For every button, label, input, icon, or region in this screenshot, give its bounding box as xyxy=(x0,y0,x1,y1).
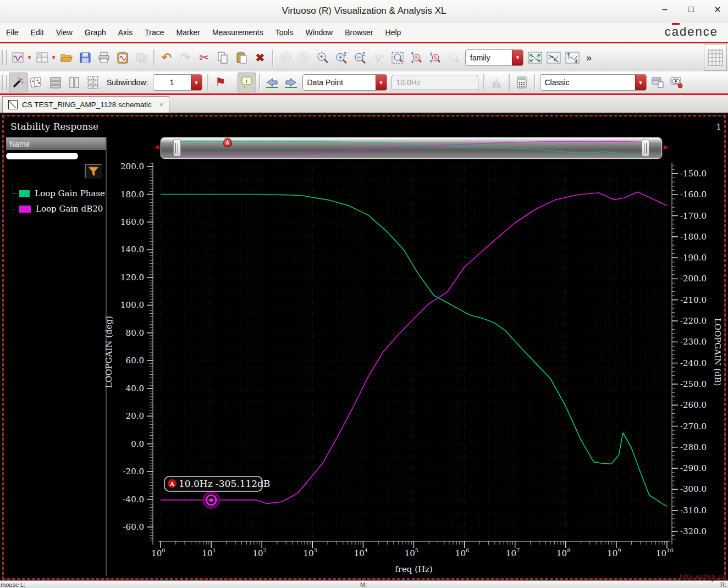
titlebar: Virtuoso (R) Visualization & Analysis XL… xyxy=(0,0,728,24)
toolbar-separator xyxy=(259,74,260,91)
menu-help[interactable]: Help xyxy=(379,28,407,37)
zoom-out-x2-button[interactable]: 2 xyxy=(351,48,369,68)
x-tick-label: 109 xyxy=(607,547,621,558)
subwindow-combo[interactable]: 1 ▾ xyxy=(153,74,202,91)
close-button[interactable]: ✕ xyxy=(713,4,723,15)
cards-button[interactable] xyxy=(27,73,46,92)
y-left-tick-label: 100.0 xyxy=(120,300,144,310)
calculator-button[interactable] xyxy=(512,73,531,92)
table-view-button[interactable] xyxy=(704,45,727,71)
point-mode-combo-dropdown[interactable]: ▾ xyxy=(376,75,387,90)
y-left-tick-label: 0.0 xyxy=(131,439,144,449)
menu-window[interactable]: Window xyxy=(299,28,339,37)
split-columns-button[interactable] xyxy=(65,73,84,92)
swap-sweep-button[interactable] xyxy=(526,48,544,68)
combine-signals-button[interactable] xyxy=(544,48,563,68)
y-right-tick-label: -210.0 xyxy=(680,295,707,305)
menu-graph[interactable]: Graph xyxy=(79,28,112,37)
open-button[interactable] xyxy=(57,48,76,68)
new-subwindow-button[interactable] xyxy=(33,48,52,68)
wand-button[interactable] xyxy=(9,73,27,92)
marker-a-label: A10.0Hz -305.112dB xyxy=(164,476,270,491)
menu-trace[interactable]: Trace xyxy=(139,28,170,37)
toolbar-handle[interactable] xyxy=(2,75,7,90)
copy-button[interactable] xyxy=(213,48,232,68)
menubar: FileEditViewGraphAxisTraceMarkerMeasurem… xyxy=(0,23,728,42)
y-right-tick-label: -270.0 xyxy=(680,421,707,431)
x-axis-title: freq (Hz) xyxy=(395,564,433,574)
redo-button[interactable]: ↷ xyxy=(176,48,195,68)
menu-edit[interactable]: Edit xyxy=(25,28,50,37)
watermark: bbs.eetop.cn xyxy=(680,573,727,581)
y-right-tick-label: -310.0 xyxy=(680,506,707,515)
zoom-fit-button[interactable] xyxy=(388,48,407,68)
main-toolbar: ▾ ▾ ↶ ↷ ✂ ✖ xyxy=(0,43,728,72)
style-combo-dropdown[interactable]: ▾ xyxy=(635,75,646,90)
cut-button[interactable]: ✂ xyxy=(195,48,213,68)
delete-button[interactable]: ✖ xyxy=(251,48,269,68)
menu-marker[interactable]: Marker xyxy=(170,28,207,37)
zoom-in-x2-button[interactable]: 2 xyxy=(332,48,351,68)
minimize-button[interactable]: – xyxy=(660,4,670,15)
point-mode-combo[interactable]: Data Point ▾ xyxy=(302,74,387,91)
copy-to-clipboard-button[interactable] xyxy=(113,48,132,68)
histogram-button[interactable] xyxy=(487,73,506,92)
label-balloon-button[interactable]: i xyxy=(238,73,256,92)
next-point-button[interactable] xyxy=(282,73,300,92)
toolbar-separator xyxy=(153,49,155,66)
y-right-tick-label: -190.0 xyxy=(680,253,707,263)
fit-y-shrink-button[interactable] xyxy=(426,48,444,68)
status-bar: mouse L: M: R: xyxy=(0,580,728,588)
undo-button[interactable]: ↶ xyxy=(157,48,176,68)
style-combo[interactable]: Classic ▾ xyxy=(540,74,647,91)
split-signals-button[interactable] xyxy=(563,48,582,68)
zoom-in-button[interactable] xyxy=(313,48,332,68)
menu-browser[interactable]: Browser xyxy=(339,28,379,37)
flag-button[interactable]: ⚑ xyxy=(211,73,230,92)
fit-y-expand-button[interactable] xyxy=(407,48,426,68)
paste-button[interactable] xyxy=(232,48,251,68)
split-rows-button[interactable] xyxy=(46,73,65,92)
tab-close-icon[interactable]: × xyxy=(156,101,164,109)
toolbar-handle[interactable] xyxy=(2,50,7,65)
pan-button[interactable] xyxy=(369,48,388,68)
point-value-field[interactable]: 10.0Hz xyxy=(391,75,478,90)
y-left-axis-title: LOOPGAIN (deg) xyxy=(104,316,114,388)
family-combo[interactable]: family ▾ xyxy=(465,49,523,66)
back-button[interactable] xyxy=(276,48,295,68)
toolbar-separator xyxy=(534,74,535,91)
copy-properties-button[interactable] xyxy=(649,73,668,92)
marker-a-bullseye xyxy=(203,492,219,508)
save-button[interactable] xyxy=(76,48,95,68)
toolbar-separator xyxy=(509,74,510,91)
y-left-tick-label: -20.0 xyxy=(123,467,144,476)
y-left-tick-label: 80.0 xyxy=(126,328,144,338)
tab-cs-test-ring-amp-1128[interactable]: CS TEST_RING_AMP_1128 schematic × xyxy=(2,96,169,113)
menu-tools[interactable]: Tools xyxy=(269,28,300,37)
window-title: Virtuoso (R) Visualization & Analysis XL xyxy=(0,5,728,16)
maximize-button[interactable]: □ xyxy=(686,4,696,15)
previous-point-button[interactable] xyxy=(263,73,282,92)
previous-zoom-button[interactable] xyxy=(444,48,463,68)
y-left-tick-label: 180.0 xyxy=(120,190,144,199)
y-left-tick-label: 200.0 xyxy=(120,162,144,171)
family-combo-dropdown[interactable]: ▾ xyxy=(512,50,523,65)
status-middle: M: xyxy=(360,581,367,588)
menu-axis[interactable]: Axis xyxy=(112,28,139,37)
sub-toolbar: Subwindow: 1 ▾ ⚑ i Data Point ▾ 10.0Hz xyxy=(0,71,728,94)
grid-layout-button[interactable] xyxy=(84,73,102,92)
export-image-button[interactable] xyxy=(132,48,151,68)
new-waveform-window-button[interactable] xyxy=(9,48,27,68)
menu-measurements[interactable]: Measurements xyxy=(206,28,269,37)
menu-view[interactable]: View xyxy=(50,28,79,37)
forward-button[interactable] xyxy=(295,48,313,68)
y-right-tick-label: -260.0 xyxy=(680,400,707,410)
print-button[interactable] xyxy=(95,48,113,68)
eye-preview-button[interactable] xyxy=(668,73,686,92)
toolbar-overflow[interactable]: » xyxy=(586,53,592,63)
y-right-tick-label: -200.0 xyxy=(680,274,707,284)
y-right-tick-label: -170.0 xyxy=(680,211,707,221)
subwindow-combo-dropdown[interactable]: ▾ xyxy=(191,75,202,90)
stability-response-chart[interactable]: 200.0180.0160.0140.0120.0100.080.060.040… xyxy=(4,117,721,575)
menu-file[interactable]: File xyxy=(0,28,25,37)
